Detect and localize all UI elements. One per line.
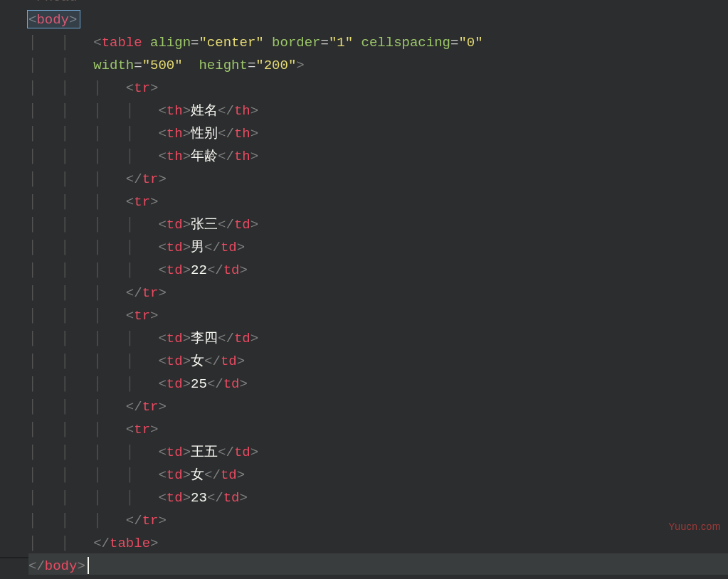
code-line[interactable]: │ │ │ </tr> — [28, 168, 728, 191]
code-line[interactable]: │ │ │ │ <td>25</td> — [28, 373, 728, 395]
code-line[interactable]: │ │ │ │ <th>性别</th> — [28, 122, 728, 145]
code-line[interactable]: │ │ │ │ <th>姓名</th> — [28, 100, 728, 122]
code-line[interactable]: │ │ </table> — [28, 532, 728, 555]
code-line[interactable]: │ │ │ │ <td>王五</td> — [28, 441, 728, 464]
code-line[interactable]: │ │ │ │ <td>女</td> — [28, 350, 728, 373]
code-line[interactable]: │ │ │ │ <th>年龄</th> — [28, 145, 728, 168]
code-line[interactable]: │ │ │ │ <td>李四</td> — [28, 327, 728, 350]
code-line[interactable]: │ │ │ │ <td>23</td> — [28, 487, 728, 509]
code-line[interactable]: │ │ <table align="center" border="1" cel… — [28, 31, 728, 54]
code-line[interactable]: │ │ │ │ <td>张三</td> — [28, 213, 728, 236]
code-line[interactable]: │ │ │ <tr> — [28, 304, 728, 327]
code-line[interactable]: │ │ │ <tr> — [28, 77, 728, 100]
code-line[interactable]: <body> — [28, 9, 728, 31]
code-line[interactable]: </head> — [28, 0, 728, 9]
code-line[interactable]: │ │ │ <tr> — [28, 418, 728, 441]
code-line[interactable]: │ │ │ </tr> — [28, 509, 728, 532]
code-line[interactable]: │ │ │ │ <td>女</td> — [28, 464, 728, 487]
code-line[interactable]: │ │ width="500" height="200"> — [28, 54, 728, 77]
code-line[interactable]: │ │ │ │ <td>22</td> — [28, 259, 728, 282]
code-line[interactable]: │ │ │ <tr> — [28, 191, 728, 213]
code-line[interactable]: │ │ │ </tr> — [28, 282, 728, 304]
watermark-text: Yuucn.com — [668, 515, 721, 538]
code-line[interactable]: │ │ │ </tr> — [28, 395, 728, 418]
code-line[interactable]: │ │ │ │ <td>男</td> — [28, 236, 728, 259]
